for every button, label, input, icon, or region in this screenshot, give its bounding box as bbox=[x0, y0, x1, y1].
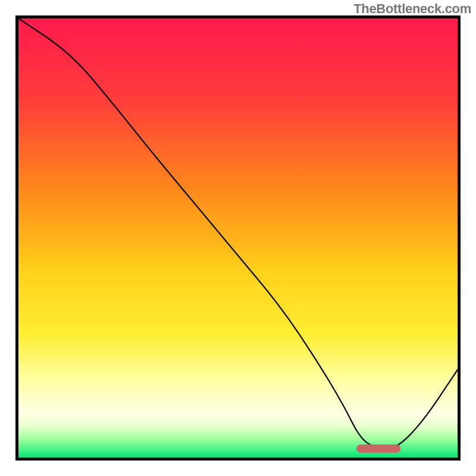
watermark-text: TheBottleneck.com bbox=[353, 1, 471, 17]
plot-frame bbox=[15, 15, 461, 461]
optimal-range-marker bbox=[356, 444, 400, 453]
bottleneck-curve bbox=[18, 18, 458, 449]
curve-layer bbox=[18, 18, 458, 458]
chart-container: TheBottleneck.com bbox=[0, 0, 476, 476]
